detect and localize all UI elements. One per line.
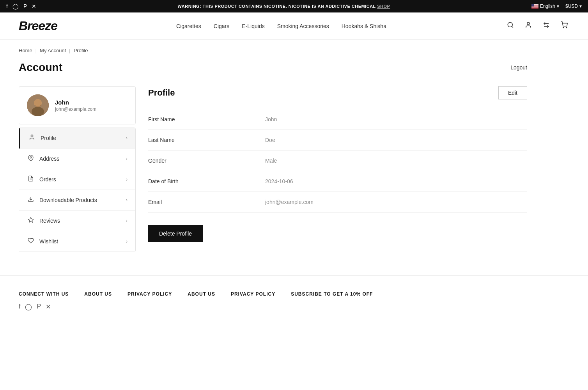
footer-pinterest-icon[interactable]: P bbox=[37, 303, 41, 310]
footer-col-1: About Us bbox=[84, 291, 112, 310]
profile-section: Profile Edit First Name John Last Name D… bbox=[148, 86, 527, 252]
footer-connect: CONNECT WITH US f ◯ P ✕ bbox=[19, 291, 69, 310]
footer-instagram-icon[interactable]: ◯ bbox=[25, 303, 32, 310]
footer-facebook-icon[interactable]: f bbox=[19, 303, 20, 310]
search-button[interactable] bbox=[505, 20, 515, 32]
footer-col-4: Privacy Policy bbox=[231, 291, 275, 310]
currency-label: $USD bbox=[565, 4, 578, 9]
footer-col-2-title: Privacy Policy bbox=[128, 291, 172, 297]
sidebar-item-address[interactable]: Address › bbox=[19, 149, 135, 169]
breadcrumb-separator-2: | bbox=[69, 48, 70, 53]
sidebar-item-wishlist[interactable]: Wishlist › bbox=[19, 231, 135, 252]
field-label-last-name: Last Name bbox=[148, 137, 265, 143]
breadcrumb-separator-1: | bbox=[35, 48, 37, 53]
logo[interactable]: Breeze bbox=[19, 19, 57, 33]
facebook-icon[interactable]: f bbox=[6, 3, 8, 9]
sidebar-item-downloads[interactable]: Downloadable Products › bbox=[19, 190, 135, 211]
svg-marker-21 bbox=[28, 217, 33, 222]
downloads-chevron-icon: › bbox=[126, 197, 128, 203]
shop-link[interactable]: SHOP bbox=[377, 4, 390, 9]
footer-col-3: About Us bbox=[188, 291, 215, 310]
user-email: john@example.com bbox=[55, 106, 96, 112]
social-icons: f ◯ P ✕ bbox=[6, 3, 36, 9]
field-last-name: Last Name Doe bbox=[148, 130, 527, 151]
cart-button[interactable] bbox=[559, 20, 569, 32]
svg-point-10 bbox=[563, 27, 564, 28]
orders-chevron-icon: › bbox=[126, 177, 128, 182]
logout-button[interactable]: Logout bbox=[510, 64, 527, 71]
footer: CONNECT WITH US f ◯ P ✕ About Us Privacy… bbox=[0, 275, 588, 326]
compare-icon bbox=[543, 21, 550, 28]
language-selector[interactable]: English ▾ bbox=[531, 4, 559, 9]
nav-cigars[interactable]: Cigars bbox=[214, 23, 229, 29]
account-sidebar: John john@example.com Profile › bbox=[19, 86, 136, 252]
field-value-last-name: Doe bbox=[265, 137, 275, 143]
field-value-email: john@example.com bbox=[265, 199, 313, 205]
nav-cigarettes[interactable]: Cigarettes bbox=[176, 23, 201, 29]
svg-rect-7 bbox=[531, 4, 534, 7]
warning-text: WARNING: THIS PRODUCT CONTAINS NICOTINE.… bbox=[177, 4, 390, 9]
header: Breeze Cigarettes Cigars E-Liquids Smoki… bbox=[0, 12, 588, 40]
address-icon bbox=[27, 155, 35, 163]
profile-chevron-icon: › bbox=[126, 135, 128, 141]
field-label-email: Email bbox=[148, 199, 265, 205]
nav-smoking-accessories[interactable]: Smoking Accessories bbox=[277, 23, 329, 29]
svg-point-9 bbox=[527, 22, 530, 25]
reviews-chevron-icon: › bbox=[126, 218, 128, 223]
search-icon bbox=[507, 21, 514, 28]
field-value-first-name: John bbox=[265, 116, 277, 122]
twitter-icon[interactable]: ✕ bbox=[32, 3, 36, 9]
svg-point-8 bbox=[508, 22, 512, 27]
footer-twitter-icon[interactable]: ✕ bbox=[46, 303, 51, 310]
account-icon bbox=[525, 21, 532, 28]
field-label-dob: Date of Birth bbox=[148, 178, 265, 184]
us-flag-icon bbox=[531, 4, 538, 9]
account-button[interactable] bbox=[523, 20, 533, 32]
account-header: Account Logout bbox=[19, 61, 527, 74]
sidebar-label-orders: Orders bbox=[39, 176, 56, 183]
delete-profile-button[interactable]: Delete Profile bbox=[148, 225, 203, 242]
sidebar-label-downloads: Downloadable Products bbox=[39, 197, 97, 203]
footer-col-3-title: About Us bbox=[188, 291, 215, 297]
svg-rect-4 bbox=[531, 6, 538, 7]
wishlist-chevron-icon: › bbox=[126, 239, 128, 244]
footer-subscribe-title: SUBSCRIBE TO GET A 10% OFF bbox=[291, 291, 569, 297]
svg-point-11 bbox=[566, 27, 567, 28]
field-value-gender: Male bbox=[265, 158, 277, 164]
avatar-icon bbox=[27, 94, 49, 116]
currency-chevron-icon: ▾ bbox=[579, 4, 582, 9]
user-avatar bbox=[27, 94, 49, 116]
svg-rect-6 bbox=[531, 8, 538, 8]
instagram-icon[interactable]: ◯ bbox=[12, 3, 19, 9]
language-label: English bbox=[540, 4, 555, 9]
sidebar-item-profile[interactable]: Profile › bbox=[19, 128, 135, 149]
profile-title: Profile bbox=[148, 88, 175, 98]
wishlist-icon bbox=[27, 238, 35, 245]
nav-hookahs[interactable]: Hookahs & Shisha bbox=[342, 23, 386, 29]
profile-fields: First Name John Last Name Doe Gender Mal… bbox=[148, 109, 527, 213]
footer-col-2: Privacy Policy bbox=[128, 291, 172, 310]
compare-button[interactable] bbox=[541, 20, 551, 32]
edit-button[interactable]: Edit bbox=[498, 86, 527, 99]
sidebar-label-profile: Profile bbox=[41, 135, 56, 141]
sidebar-label-wishlist: Wishlist bbox=[39, 238, 58, 245]
field-first-name: First Name John bbox=[148, 109, 527, 130]
profile-header: Profile Edit bbox=[148, 86, 527, 99]
breadcrumb-current: Profile bbox=[74, 48, 88, 53]
breadcrumb-home[interactable]: Home bbox=[19, 48, 32, 53]
header-icons bbox=[505, 20, 569, 32]
account-page: Account Logout John bbox=[0, 61, 546, 275]
sidebar-item-orders[interactable]: Orders › bbox=[19, 169, 135, 190]
breadcrumb-my-account[interactable]: My Account bbox=[40, 48, 66, 53]
nav-eliquids[interactable]: E-Liquids bbox=[242, 23, 264, 29]
user-name: John bbox=[55, 99, 96, 106]
sidebar-nav: Profile › Address › bbox=[19, 128, 136, 252]
field-label-gender: Gender bbox=[148, 158, 265, 164]
orders-icon bbox=[27, 176, 35, 183]
currency-selector[interactable]: $USD ▾ bbox=[565, 4, 582, 9]
svg-point-17 bbox=[30, 157, 32, 158]
announcement-bar: f ◯ P ✕ WARNING: THIS PRODUCT CONTAINS N… bbox=[0, 0, 588, 12]
pinterest-icon[interactable]: P bbox=[23, 3, 27, 9]
address-chevron-icon: › bbox=[126, 156, 128, 161]
sidebar-item-reviews[interactable]: Reviews › bbox=[19, 211, 135, 231]
